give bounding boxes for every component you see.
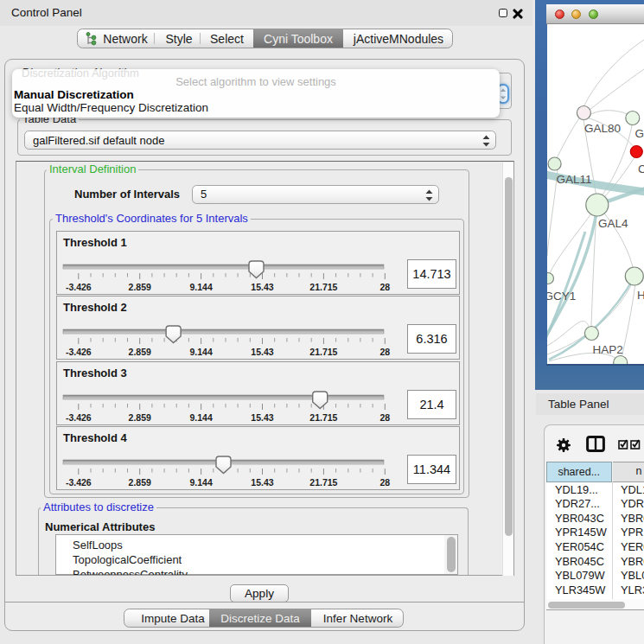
svg-text:21.715: 21.715: [309, 347, 337, 357]
svg-text:15.43: 15.43: [251, 477, 273, 488]
svg-text:2.859: 2.859: [129, 282, 151, 292]
svg-text:2.859: 2.859: [129, 412, 151, 423]
svg-text:28: 28: [379, 412, 390, 423]
svg-text:15.43: 15.43: [251, 412, 273, 423]
svg-text:GAL80: GAL80: [584, 121, 621, 134]
svg-text:9.144: 9.144: [189, 282, 212, 292]
svg-text:21.715: 21.715: [309, 412, 337, 423]
svg-text:15.43: 15.43: [251, 347, 273, 357]
svg-text:21.715: 21.715: [309, 477, 337, 488]
svg-text:21.715: 21.715: [309, 282, 337, 292]
svg-text:-3.426: -3.426: [66, 347, 92, 357]
svg-text:GA: GA: [634, 127, 644, 140]
svg-text:C: C: [638, 162, 644, 175]
svg-text:9.144: 9.144: [189, 412, 212, 423]
svg-text:-3.426: -3.426: [66, 282, 92, 292]
svg-text:GCY1: GCY1: [547, 289, 576, 302]
svg-text:28: 28: [379, 347, 390, 357]
svg-text:-3.426: -3.426: [66, 412, 92, 423]
svg-text:HAP2: HAP2: [592, 343, 622, 356]
svg-text:15.43: 15.43: [251, 282, 273, 292]
svg-text:H: H: [637, 288, 644, 301]
svg-text:28: 28: [379, 282, 390, 292]
svg-text:28: 28: [379, 477, 390, 488]
svg-text:GAL4: GAL4: [598, 216, 628, 229]
svg-text:2.859: 2.859: [129, 477, 151, 488]
svg-text:-3.426: -3.426: [66, 477, 92, 488]
svg-text:9.144: 9.144: [189, 477, 212, 488]
svg-text:9.144: 9.144: [189, 347, 212, 357]
svg-text:GAL11: GAL11: [556, 173, 591, 186]
svg-text:2.859: 2.859: [129, 347, 151, 357]
